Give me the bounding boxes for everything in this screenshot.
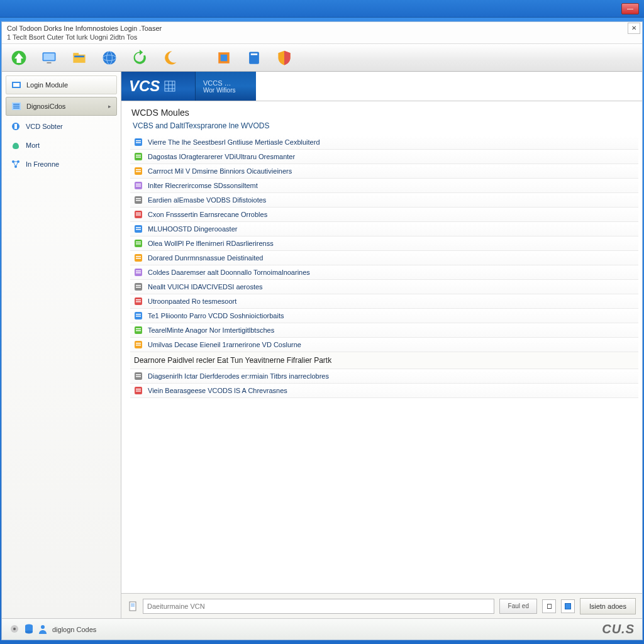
svg-rect-54 [136,243,141,245]
toolbar [2,44,642,72]
item-label: TearelMinte Anagor Nor Imtertigitlbtsche… [148,326,274,334]
device-icon [11,121,21,131]
doc-icon [128,601,138,611]
hand-icon [11,140,21,150]
tab-sub-subtitle: Wor Wifiors [203,87,248,94]
folder-icon[interactable] [70,48,89,67]
list-item[interactable]: Dorared Dunrmnsnassue Deistinaited [130,251,638,265]
svg-rect-14 [251,53,258,55]
list-item[interactable]: MLUHOOSTD Dingerooaster [130,222,638,236]
inner-close-button[interactable]: ✕ [628,23,640,34]
svg-rect-75 [136,345,141,346]
list-group[interactable]: Dearnore Paidlvel recler Eat Tun Yeavitn… [130,352,638,369]
item-icon [134,340,143,349]
list-item[interactable]: Eardien alEmasbe VODBS Difistoiotes [130,193,638,208]
svg-point-90 [41,625,45,629]
svg-rect-62 [136,285,141,286]
svg-rect-45 [136,200,141,201]
sidebar-item-mort[interactable]: Mort [6,137,117,153]
svg-rect-83 [131,604,135,604]
action-button[interactable]: lsietn adoes [580,598,636,614]
monitor-icon[interactable] [40,48,58,67]
item-label: Carrroct Mil V Dmsirne Binniors Oicautiv… [148,167,292,175]
chevron-right-icon: ▸ [108,103,111,109]
svg-rect-72 [136,330,141,331]
item-label: Olea WollPl Pe lflenirneri RDasrlieriren… [148,240,274,247]
item-label: Te1 Pliioonto Parro VCDD Soshnioictiorba… [148,312,284,319]
sidebar-item-infreonne[interactable]: In Freonne [6,156,117,172]
svg-rect-12 [221,54,228,61]
list-item[interactable]: Carrroct Mil V Dmsirne Binniors Oicautiv… [130,164,638,179]
item-icon [134,167,143,175]
item-label: Dorared Dunrmnsnassue Deistinaited [148,254,263,262]
book-icon[interactable] [245,48,264,67]
shield-icon[interactable] [275,48,294,67]
list-icon [11,101,21,111]
svg-rect-59 [136,270,141,272]
svg-rect-77 [136,374,141,375]
item-icon [134,311,143,320]
footer-gear-icon[interactable] [9,624,19,635]
list-item[interactable]: Neallt VUICH IDAVCIVEDSI aerostes [130,280,638,294]
item-label: Eardien alEmasbe VODBS Difistoiotes [148,196,266,204]
list-item[interactable]: TearelMinte Anagor Nor Imtertigitlbtsche… [130,323,638,338]
svg-rect-48 [136,214,141,216]
svg-rect-26 [165,81,175,91]
list-item[interactable]: Diagsenirlh Ictar Dierfderodes er:rmiain… [130,369,638,384]
tool-button-1[interactable]: ◻ [542,599,556,613]
login-module-button[interactable]: Login Module [6,75,117,94]
svg-rect-53 [136,242,141,243]
globe-icon[interactable] [100,48,119,67]
list-item[interactable]: Utroonpaated Ro tesmesoort [130,294,638,309]
item-label: Utroonpaated Ro tesmesoort [148,297,236,305]
svg-rect-57 [136,258,141,259]
item-icon [134,152,143,161]
close-button[interactable]: ― [621,3,639,14]
window-title: Col Todoon Dorks Ine Infomnostoies Login… [2,22,642,32]
footer-status: diglogn Codes [52,626,96,633]
svg-rect-65 [136,299,141,301]
sidebar-item-vcd[interactable]: VCD Sobter [6,118,117,135]
tool-button-2[interactable] [561,599,575,613]
footer-person-icon[interactable] [38,624,47,635]
list-item[interactable]: Dagostas IOragterarerer VDiUltraru Oresm… [130,150,638,164]
list-item[interactable]: Coldes Daaremser aalt Doonnallo Tornoima… [130,265,638,280]
list-item[interactable]: Umilvas Decase Eieneil 1rarnerirone VD C… [130,338,638,352]
item-label: Umilvas Decase Eieneil 1rarnerirone VD C… [148,341,301,348]
svg-rect-56 [136,256,141,257]
list-item[interactable]: Vierre The lhe Seestbesrl Gntliuse Merti… [130,135,638,150]
item-icon [134,225,143,233]
list-item[interactable]: Inlter Rlecrerircomse SDssonsiltemt [130,179,638,193]
item-label: Coldes Daaremser aalt Doonnallo Tornoima… [148,269,310,276]
login-module-label: Login Module [26,81,68,89]
list-item[interactable]: Cxon Fnsssertin Earnsrecane Orrobles [130,208,638,222]
tab-main-label: VCS [129,77,160,95]
home-icon[interactable] [9,48,28,67]
footer-db-icon[interactable] [25,624,33,635]
svg-rect-68 [136,314,141,315]
chip-icon[interactable] [214,48,233,67]
svg-rect-6 [73,53,79,55]
svg-rect-47 [136,213,141,214]
menu-bar[interactable]: 1 Teclt Bsort Cuter Tot lurk Uogni 2idtn… [2,32,642,44]
item-label: Cxon Fnsssertin Earnsrecane Orrobles [148,211,267,218]
refresh-icon[interactable] [130,48,149,67]
diagnostic-codes-label: DignosiCdos [26,103,65,110]
bottom-bar: Daeiturmaine VCN Faul ed ◻ lsietn adoes [121,593,642,618]
svg-rect-66 [136,301,141,303]
item-label: MLUHOOSTD Dingerooaster [148,225,237,233]
item-label: Inlter Rlecrerircomse SDssonsiltemt [148,182,258,189]
search-input[interactable]: Daeiturmaine VCN [143,599,494,614]
moon-icon[interactable] [160,48,179,67]
list-item[interactable]: Viein Bearasgeese VCODS lS A Chrevrasnes [130,384,638,398]
svg-rect-22 [14,124,17,129]
diagnostic-codes-button[interactable]: DignosiCdos ▸ [6,97,117,116]
svg-rect-19 [13,106,19,107]
list-item[interactable]: Olea WollPl Pe lflenirneri RDasrlieriren… [130,236,638,251]
tab-sub-title: VCCS … [203,79,248,87]
tab-sub[interactable]: VCCS … Wor Wifiors [196,72,256,101]
tab-main[interactable]: VCS [121,72,196,101]
grid-icon [164,80,176,92]
list-item[interactable]: Te1 Pliioonto Parro VCDD Soshnioictiorba… [130,309,638,323]
doc-list: Vierre The lhe Seestbesrl Gntliuse Merti… [121,135,642,593]
